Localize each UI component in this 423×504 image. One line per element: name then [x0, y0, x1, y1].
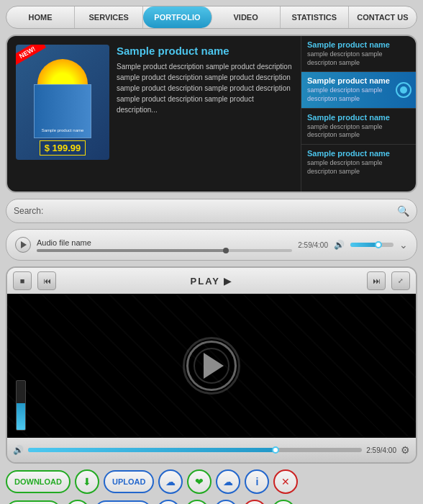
sidebar-product-desc-3: sample descripton sample descripton samp…: [307, 123, 410, 140]
action-row-2: BUY NOW 🛒 REGISTER 👥 🛒 👥 ❤ ✓: [6, 500, 417, 504]
upload-cloud-icon-button[interactable]: ☁: [158, 469, 183, 494]
audio-progress-bar[interactable]: [37, 249, 292, 252]
volume-icon: 🔊: [334, 240, 345, 250]
video-volume-icon: 🔊: [13, 445, 24, 455]
check-icon-button[interactable]: ✓: [271, 500, 296, 504]
video-progress-handle[interactable]: [272, 446, 279, 454]
video-progress-fill: [28, 448, 276, 452]
audio-volume-slider[interactable]: [350, 243, 394, 247]
price-tag: $ 199.99: [40, 140, 86, 156]
play-triangle-icon: [21, 241, 27, 248]
search-label: Search:: [14, 206, 43, 216]
favorite-icon-button[interactable]: ❤: [187, 469, 212, 494]
search-icon[interactable]: 🔍: [397, 205, 409, 217]
active-dot: [400, 86, 407, 94]
next-button[interactable]: ⏭: [367, 271, 386, 290]
audio-filename: Audio file name: [37, 238, 292, 247]
cloud2-icon-button[interactable]: ☁: [216, 469, 240, 494]
register-icon-button[interactable]: 👥: [156, 500, 181, 504]
video-controls-top: ■ ⏮ PLAY ▶ ⏭ ⤢: [7, 268, 416, 294]
video-time: 2:59/4:00: [366, 446, 396, 454]
nav-home[interactable]: HOME: [6, 6, 75, 28]
product-image: NEW! Sample product name $ 199.99: [16, 45, 109, 160]
sidebar-product-title-2: Sample product name: [307, 76, 410, 85]
download-icon-button[interactable]: ⬇: [75, 469, 99, 494]
sidebar-product-2[interactable]: Sample product name sample descripton sa…: [301, 72, 416, 108]
heart-icon-button[interactable]: ❤: [242, 500, 267, 504]
nav-statistics[interactable]: STATISTICS: [281, 6, 349, 28]
audio-player: Audio file name 2:59/4:00 🔊 ⌄: [6, 229, 417, 261]
active-indicator: [396, 82, 411, 98]
video-volume-fill: [17, 403, 25, 430]
portfolio-sidebar: Sample product name sample descripton sa…: [301, 36, 416, 192]
sidebar-product-4[interactable]: Sample product name sample descripton sa…: [301, 145, 416, 180]
cart-icon-button[interactable]: 🛒: [65, 500, 90, 504]
audio-track-info: Audio file name: [37, 238, 292, 252]
video-controls-bottom: 🔊 2:59/4:00 ⚙: [7, 438, 416, 462]
audio-play-button[interactable]: [15, 237, 31, 253]
portfolio-main: NEW! Sample product name $ 199.99 Sample…: [7, 36, 301, 192]
product-title: Sample product name: [117, 45, 292, 57]
nav-contact[interactable]: CONTACT US: [349, 6, 417, 28]
search-input[interactable]: [47, 206, 393, 216]
new-badge: NEW!: [16, 45, 46, 66]
product-box-label: Sample product name: [42, 128, 84, 133]
nav-bar: HOME SERVICES PORTFOLIO VIDEO STATISTICS…: [6, 6, 417, 29]
video-volume-bar[interactable]: [16, 380, 26, 431]
info-icon-button[interactable]: i: [245, 469, 269, 494]
fullscreen-button[interactable]: ⤢: [391, 271, 410, 290]
sidebar-product-desc-1: sample descripton sample descripton samp…: [307, 50, 410, 67]
sidebar-product-title-3: Sample product name: [307, 113, 410, 122]
play-main-button[interactable]: PLAY ▶: [62, 276, 361, 287]
expand-icon[interactable]: ⌄: [399, 239, 408, 251]
big-play-triangle-icon: [204, 353, 224, 379]
upload-button[interactable]: UPLOAD: [104, 470, 154, 493]
action-row-1: DOWNLOAD ⬇ UPLOAD ☁ ❤ ☁ i ✕: [6, 469, 417, 494]
portfolio-panel: NEW! Sample product name $ 199.99 Sample…: [6, 35, 417, 193]
sidebar-product-desc-2: sample descripton sample descripton samp…: [307, 86, 410, 103]
download-button[interactable]: DOWNLOAD: [6, 470, 70, 493]
sidebar-product-title-1: Sample product name: [307, 40, 410, 49]
nav-video[interactable]: VIDEO: [212, 6, 281, 28]
nav-services[interactable]: SERVICES: [75, 6, 143, 28]
sidebar-product-1[interactable]: Sample product name sample descripton sa…: [301, 36, 416, 72]
audio-progress-fill: [37, 249, 226, 252]
product-box: Sample product name: [34, 84, 91, 138]
audio-progress-handle[interactable]: [223, 248, 229, 253]
audio-time: 2:59/4:00: [298, 241, 328, 249]
sidebar-product-3[interactable]: Sample product name sample descripton sa…: [301, 109, 416, 145]
register-button[interactable]: REGISTER: [94, 500, 152, 504]
product-description: Sample product description sample produc…: [117, 61, 292, 115]
nav-portfolio[interactable]: PORTFOLIO: [143, 6, 212, 28]
prev-button[interactable]: ⏮: [37, 271, 56, 290]
cart2-icon-button[interactable]: 🛒: [185, 500, 209, 504]
buynow-button[interactable]: BUY NOW: [6, 500, 61, 504]
stop-button[interactable]: ■: [13, 271, 32, 290]
video-big-play-button[interactable]: [186, 341, 237, 391]
sidebar-product-desc-4: sample descripton sample descripton samp…: [307, 159, 410, 176]
volume-handle[interactable]: [375, 241, 382, 248]
people-icon-button[interactable]: 👥: [214, 500, 238, 504]
close-icon-button[interactable]: ✕: [273, 469, 298, 494]
video-screen[interactable]: [7, 294, 416, 438]
video-progress-bar[interactable]: [28, 448, 362, 452]
sidebar-product-title-4: Sample product name: [307, 149, 410, 158]
settings-icon[interactable]: ⚙: [401, 444, 410, 456]
search-bar: Search: 🔍: [6, 199, 417, 223]
video-panel: ■ ⏮ PLAY ▶ ⏭ ⤢ 🔊 2:59/4:00 ⚙: [6, 266, 417, 464]
product-info: Sample product name Sample product descr…: [117, 45, 292, 183]
